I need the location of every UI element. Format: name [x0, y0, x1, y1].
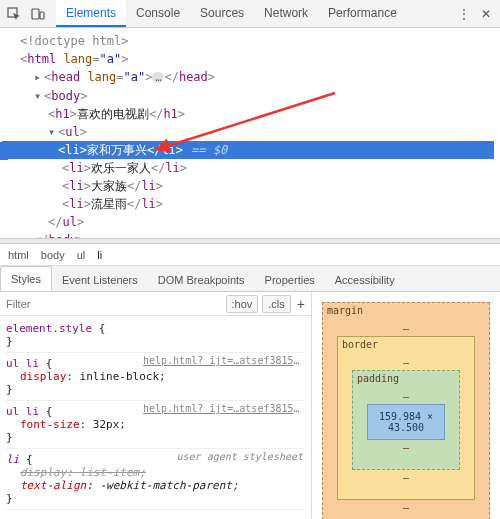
- subtab-dom-breakpoints[interactable]: DOM Breakpoints: [148, 268, 255, 291]
- breadcrumb: html body ul li: [0, 244, 500, 266]
- tab-elements[interactable]: Elements: [56, 0, 126, 27]
- content-size: 159.984 × 43.500: [367, 404, 445, 440]
- inspect-icon[interactable]: [6, 6, 22, 22]
- dom-li-selected[interactable]: <li>家和万事兴</li>== $0: [2, 141, 494, 159]
- more-icon[interactable]: ⋮: [456, 6, 472, 22]
- dom-head[interactable]: ▸<head lang="a">…</head>: [6, 68, 494, 87]
- styles-pane: :hov .cls + element.style {} help.html? …: [0, 292, 312, 519]
- rule[interactable]: help.html? ijt=…atsef3815ka:13 ul li { d…: [6, 353, 305, 401]
- tab-performance[interactable]: Performance: [318, 0, 407, 27]
- dom-html-open[interactable]: <html lang="a">: [6, 50, 494, 68]
- tab-network[interactable]: Network: [254, 0, 318, 27]
- devtools-toolbar: Elements Console Sources Network Perform…: [0, 0, 500, 28]
- computed-pane: margin – border – padding – 159.984 × 43…: [312, 292, 500, 519]
- subtab-accessibility[interactable]: Accessibility: [325, 268, 405, 291]
- subtab-styles[interactable]: Styles: [0, 266, 52, 291]
- close-icon[interactable]: ✕: [478, 6, 494, 22]
- crumb-li[interactable]: li: [97, 249, 102, 261]
- lower-pane: :hov .cls + element.style {} help.html? …: [0, 292, 500, 519]
- crumb-body[interactable]: body: [41, 249, 65, 261]
- crumb-html[interactable]: html: [8, 249, 29, 261]
- rule[interactable]: help.html? ijt=…atsef3815ka:13 ul li { f…: [6, 401, 305, 449]
- tab-sources[interactable]: Sources: [190, 0, 254, 27]
- cls-toggle[interactable]: .cls: [262, 295, 291, 313]
- device-icon[interactable]: [30, 6, 46, 22]
- svg-rect-1: [32, 9, 39, 19]
- dom-li[interactable]: <li>流星雨</li>: [6, 195, 494, 213]
- dom-h1[interactable]: <h1>喜欢的电视剧</h1>: [6, 105, 494, 123]
- tab-console[interactable]: Console: [126, 0, 190, 27]
- dom-doctype[interactable]: <!doctype html>: [6, 32, 494, 50]
- subtab-event-listeners[interactable]: Event Listeners: [52, 268, 148, 291]
- dom-li[interactable]: <li>大家族</li>: [6, 177, 494, 195]
- new-rule-button[interactable]: +: [297, 296, 305, 312]
- dom-body-open[interactable]: ▾<body>: [6, 87, 494, 105]
- styles-filter-input[interactable]: [6, 298, 222, 310]
- border-label: border: [342, 339, 378, 350]
- box-model[interactable]: margin – border – padding – 159.984 × 43…: [312, 292, 500, 519]
- dom-li[interactable]: <li>欢乐一家人</li>: [6, 159, 494, 177]
- rule-source-link[interactable]: help.html? ijt=…atsef3815ka:13: [143, 403, 303, 414]
- styles-rules: element.style {} help.html? ijt=…atsef38…: [0, 316, 311, 512]
- svg-rect-2: [40, 12, 44, 19]
- dom-ul-open[interactable]: ▾<ul>: [6, 123, 494, 141]
- dom-body-close[interactable]: </body>: [6, 231, 494, 238]
- styles-filterbar: :hov .cls +: [0, 292, 311, 316]
- rule-ua[interactable]: user agent stylesheet li { display: list…: [6, 449, 305, 510]
- subtab-properties[interactable]: Properties: [255, 268, 325, 291]
- rule-source-ua: user agent stylesheet: [177, 451, 303, 462]
- padding-label: padding: [357, 373, 399, 384]
- dom-tree[interactable]: <!doctype html> <html lang="a"> ▸<head l…: [0, 28, 500, 238]
- sidebar-tabs: Styles Event Listeners DOM Breakpoints P…: [0, 266, 500, 292]
- hov-toggle[interactable]: :hov: [226, 295, 259, 313]
- rule-source-link[interactable]: help.html? ijt=…atsef3815ka:13: [143, 355, 303, 366]
- rule-element-style[interactable]: element.style {}: [6, 318, 305, 353]
- selection-gutter: [0, 142, 8, 160]
- margin-label: margin: [327, 305, 363, 316]
- dom-ul-close[interactable]: </ul>: [6, 213, 494, 231]
- crumb-ul[interactable]: ul: [77, 249, 86, 261]
- main-tabs: Elements Console Sources Network Perform…: [56, 0, 407, 27]
